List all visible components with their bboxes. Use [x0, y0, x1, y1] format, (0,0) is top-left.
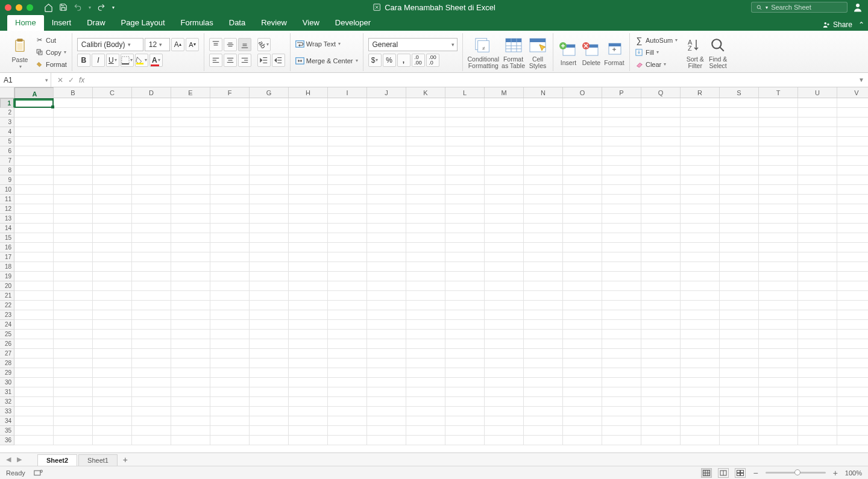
cell[interactable]	[798, 117, 837, 127]
cell[interactable]	[524, 378, 563, 387]
cell[interactable]	[289, 98, 328, 108]
cell[interactable]	[485, 214, 524, 224]
zoom-slider-thumb[interactable]	[794, 469, 800, 475]
row-header-25[interactable]: 25	[0, 330, 14, 339]
tab-home[interactable]: Home	[7, 15, 44, 31]
tab-data[interactable]: Data	[221, 15, 253, 31]
cell[interactable]	[171, 127, 210, 137]
cell[interactable]	[759, 127, 798, 137]
cell[interactable]	[93, 98, 132, 108]
tab-draw[interactable]: Draw	[79, 15, 113, 31]
cell[interactable]	[445, 98, 485, 108]
cell[interactable]	[250, 387, 289, 397]
cell[interactable]	[445, 108, 485, 117]
cell[interactable]	[720, 301, 759, 310]
cell[interactable]	[720, 378, 759, 387]
cell[interactable]	[210, 146, 250, 156]
cell[interactable]	[132, 214, 171, 224]
maximize-window-icon[interactable]	[27, 4, 33, 11]
cell[interactable]	[798, 291, 837, 301]
cell[interactable]	[681, 166, 720, 175]
font-name-select[interactable]: Calibri (Body)▾	[77, 38, 143, 51]
cell[interactable]	[367, 407, 406, 416]
enter-formula-icon[interactable]: ✓	[68, 76, 74, 84]
cell[interactable]	[14, 127, 54, 137]
cell[interactable]	[563, 397, 602, 407]
cell[interactable]	[524, 175, 563, 185]
cell[interactable]	[445, 204, 485, 214]
cell[interactable]	[289, 426, 328, 436]
col-header-P[interactable]: P	[602, 87, 641, 98]
cell[interactable]	[14, 330, 54, 339]
cell[interactable]	[524, 310, 563, 320]
cell[interactable]	[289, 146, 328, 156]
cell[interactable]	[406, 204, 445, 214]
cell[interactable]	[524, 233, 563, 243]
cell[interactable]	[641, 224, 681, 233]
cell[interactable]	[93, 291, 132, 301]
cell[interactable]	[445, 291, 485, 301]
cell[interactable]	[445, 426, 485, 436]
cell[interactable]	[681, 272, 720, 281]
cell[interactable]	[250, 349, 289, 358]
cell[interactable]	[210, 330, 250, 339]
cell[interactable]	[210, 397, 250, 407]
cell[interactable]	[524, 146, 563, 156]
cell[interactable]	[602, 368, 641, 378]
cell[interactable]	[720, 252, 759, 262]
cell[interactable]	[171, 233, 210, 243]
align-left-button[interactable]	[209, 54, 222, 67]
cell[interactable]	[720, 195, 759, 204]
cell[interactable]	[54, 98, 93, 108]
cell[interactable]	[837, 166, 868, 175]
cell[interactable]	[602, 127, 641, 137]
cell[interactable]	[720, 387, 759, 397]
cell[interactable]	[602, 301, 641, 310]
cancel-formula-icon[interactable]: ✕	[57, 76, 63, 84]
cell[interactable]	[798, 233, 837, 243]
cell[interactable]	[798, 368, 837, 378]
cell[interactable]	[524, 339, 563, 349]
cell[interactable]	[406, 214, 445, 224]
cell[interactable]	[171, 195, 210, 204]
cell[interactable]	[641, 117, 681, 127]
cell[interactable]	[406, 166, 445, 175]
cell[interactable]	[250, 108, 289, 117]
orientation-button[interactable]: ab▾	[257, 38, 271, 51]
cell[interactable]	[210, 98, 250, 108]
cell[interactable]	[681, 117, 720, 127]
merge-center-button[interactable]: Merge & Center▾	[295, 55, 358, 66]
cell[interactable]	[406, 127, 445, 137]
cell[interactable]	[445, 137, 485, 146]
cell[interactable]	[367, 330, 406, 339]
cell[interactable]	[14, 224, 54, 233]
cell[interactable]	[445, 436, 485, 445]
cell[interactable]	[367, 387, 406, 397]
cell[interactable]	[54, 127, 93, 137]
cell[interactable]	[602, 310, 641, 320]
cell[interactable]	[445, 185, 485, 195]
cell[interactable]	[289, 339, 328, 349]
format-as-table-button[interactable]: Formatas Table	[502, 35, 525, 69]
cell[interactable]	[602, 291, 641, 301]
cell[interactable]	[93, 368, 132, 378]
cell[interactable]	[485, 98, 524, 108]
cell[interactable]	[328, 204, 367, 214]
row-header-23[interactable]: 23	[0, 310, 14, 320]
cell[interactable]	[328, 146, 367, 156]
cell[interactable]	[132, 378, 171, 387]
col-header-C[interactable]: C	[93, 87, 132, 98]
row-header-11[interactable]: 11	[0, 195, 14, 204]
cell[interactable]	[367, 214, 406, 224]
cell[interactable]	[289, 224, 328, 233]
cell[interactable]	[837, 378, 868, 387]
cell[interactable]	[837, 426, 868, 436]
cell[interactable]	[798, 252, 837, 262]
cell[interactable]	[328, 108, 367, 117]
cell[interactable]	[641, 397, 681, 407]
cell[interactable]	[837, 146, 868, 156]
cell[interactable]	[798, 98, 837, 108]
cell[interactable]	[798, 310, 837, 320]
cell[interactable]	[406, 349, 445, 358]
cell[interactable]	[54, 339, 93, 349]
